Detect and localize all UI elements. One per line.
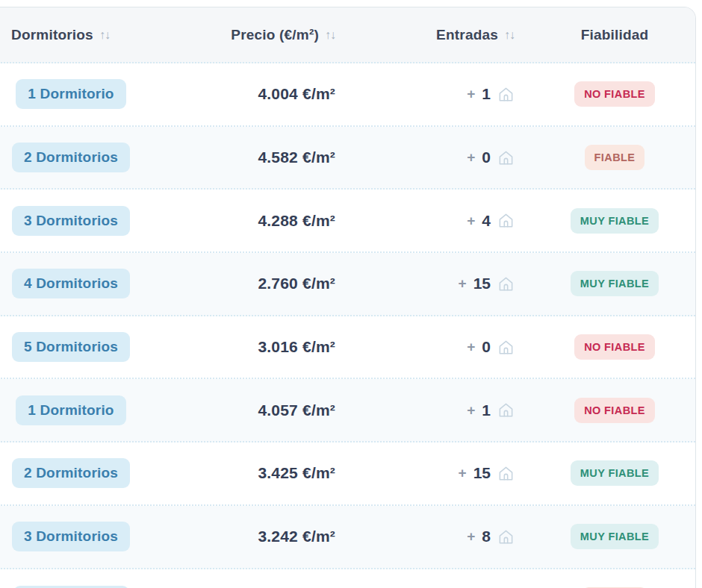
reliability-cell: MUY FIABLE <box>516 208 695 234</box>
bedrooms-chip[interactable]: 1 Dormitorio <box>16 79 125 109</box>
column-label-precio: Precio (€/m²) <box>231 27 319 43</box>
reliability-cell: MUY FIABLE <box>516 524 695 549</box>
table-row: 5 Dormitorios 3.016 €/m² + 0 NO FIABLE <box>0 316 695 380</box>
bedrooms-chip[interactable]: 5 Dormitorios <box>12 332 130 362</box>
bedrooms-cell: 5 Dormitorios <box>0 332 143 362</box>
entries-count: 1 <box>482 85 491 103</box>
reliability-badge: MUY FIABLE <box>571 208 659 234</box>
reliability-badge: MUY FIABLE <box>571 524 659 549</box>
entries-cell: + 0 <box>338 338 516 356</box>
entries-cell: + 1 <box>338 85 516 103</box>
price-cell: 4.288 €/m² <box>143 212 338 230</box>
table-row: 4 Dormitorios 2.760 €/m² + 15 MUY FIABLE <box>0 253 695 316</box>
column-header-precio[interactable]: Precio (€/m²) ↑↓ <box>143 27 338 43</box>
entries-cell: + 1 <box>338 401 516 419</box>
bedrooms-chip[interactable]: 1 Dormitorio <box>16 395 125 425</box>
plus-sign: + <box>467 339 475 355</box>
price-value: 3.242 €/m² <box>258 528 335 545</box>
table-row: 1 Dormitorio 4.004 €/m² + 1 NO FIABLE <box>0 63 695 127</box>
price-cell: 3.425 €/m² <box>143 464 338 482</box>
pricing-table-card: Dormitorios ↑↓ Precio (€/m²) ↑↓ Entradas… <box>0 7 696 588</box>
column-label-fiabilidad: Fiabilidad <box>581 27 649 43</box>
entries-count: 4 <box>482 212 491 230</box>
table-row: 2 Dormitorios 4.582 €/m² + 0 FIABLE <box>0 127 695 190</box>
sort-icon[interactable]: ↑↓ <box>325 28 335 42</box>
bedrooms-cell: 2 Dormitorios <box>0 143 143 172</box>
table-row: 1 Dormitorio 4.057 €/m² + 1 NO FIABLE <box>0 379 695 442</box>
price-cell: 4.004 €/m² <box>143 85 338 103</box>
price-cell: 4.582 €/m² <box>143 148 338 166</box>
price-cell: 3.016 €/m² <box>143 338 338 356</box>
entries-cell: + 15 <box>338 464 516 482</box>
entries-cell: + 15 <box>338 275 516 293</box>
bedrooms-cell: 4 Dormitorios <box>0 269 143 298</box>
price-value: 4.582 €/m² <box>258 148 335 166</box>
table-row: 3 Dormitorios 4.288 €/m² + 4 MUY FIABLE <box>0 190 695 253</box>
table-row <box>0 569 695 588</box>
plus-sign: + <box>467 402 475 419</box>
bedrooms-cell: 1 Dormitorio <box>0 79 143 109</box>
reliability-badge: NO FIABLE <box>574 81 655 107</box>
plus-sign: + <box>467 86 475 102</box>
price-value: 3.016 €/m² <box>258 338 335 356</box>
price-cell: 3.242 €/m² <box>143 528 338 545</box>
column-header-fiabilidad: Fiabilidad <box>516 27 695 43</box>
bedrooms-chip[interactable]: 2 Dormitorios <box>12 143 130 172</box>
sort-icon[interactable]: ↑↓ <box>99 28 110 42</box>
table-row: 2 Dormitorios 3.425 €/m² + 15 MUY FIABLE <box>0 442 695 506</box>
plus-sign: + <box>467 213 475 229</box>
entries-count: 1 <box>482 401 491 419</box>
house-icon <box>497 149 515 166</box>
entries-count: 15 <box>473 464 491 482</box>
house-icon <box>497 401 515 419</box>
reliability-cell: FIABLE <box>516 145 695 170</box>
reliability-cell: NO FIABLE <box>516 334 695 360</box>
price-value: 4.004 €/m² <box>258 85 335 103</box>
entries-cell: + 0 <box>338 148 516 166</box>
bedrooms-chip[interactable]: 4 Dormitorios <box>12 269 130 298</box>
plus-sign: + <box>467 528 475 545</box>
price-value: 4.288 €/m² <box>258 212 335 230</box>
bedrooms-chip[interactable]: 3 Dormitorios <box>12 206 130 236</box>
house-icon <box>497 212 515 229</box>
table-row: 3 Dormitorios 3.242 €/m² + 8 MUY FIABLE <box>0 506 695 569</box>
reliability-badge: NO FIABLE <box>574 398 655 423</box>
entries-cell: + 8 <box>338 528 516 545</box>
bedrooms-cell: 3 Dormitorios <box>0 206 143 236</box>
price-value: 4.057 €/m² <box>258 401 335 419</box>
price-cell: 4.057 €/m² <box>143 401 338 419</box>
house-icon <box>497 275 515 293</box>
reliability-cell: MUY FIABLE <box>516 271 695 296</box>
sort-icon[interactable]: ↑↓ <box>504 28 515 42</box>
reliability-badge: MUY FIABLE <box>571 271 659 296</box>
plus-sign: + <box>459 465 467 481</box>
table-header: Dormitorios ↑↓ Precio (€/m²) ↑↓ Entradas… <box>0 7 695 63</box>
reliability-cell: NO FIABLE <box>516 81 695 107</box>
reliability-badge: NO FIABLE <box>574 334 655 360</box>
bedrooms-cell: 1 Dormitorio <box>0 395 143 425</box>
reliability-badge: MUY FIABLE <box>571 460 659 486</box>
price-cell: 2.760 €/m² <box>143 275 338 293</box>
entries-count: 15 <box>473 275 491 293</box>
reliability-badge: FIABLE <box>585 145 645 170</box>
bedrooms-cell: 3 Dormitorios <box>0 522 143 551</box>
bedrooms-chip[interactable]: 2 Dormitorios <box>12 458 130 488</box>
reliability-cell: MUY FIABLE <box>516 460 695 486</box>
price-value: 3.425 €/m² <box>258 464 335 482</box>
bedrooms-chip[interactable]: 3 Dormitorios <box>12 522 130 551</box>
reliability-cell: NO FIABLE <box>516 398 695 423</box>
column-label-dormitorios: Dormitorios <box>11 27 93 43</box>
plus-sign: + <box>467 149 475 166</box>
table-body: 1 Dormitorio 4.004 €/m² + 1 NO FIABLE 2 … <box>0 63 695 588</box>
house-icon <box>497 465 515 482</box>
price-value: 2.760 €/m² <box>258 275 335 293</box>
house-icon <box>497 339 515 356</box>
column-header-dormitorios[interactable]: Dormitorios ↑↓ <box>0 27 143 43</box>
entries-count: 0 <box>482 148 491 166</box>
house-icon <box>497 86 515 103</box>
column-header-entradas[interactable]: Entradas ↑↓ <box>338 27 516 43</box>
column-label-entradas: Entradas <box>436 27 498 43</box>
house-icon <box>497 528 515 545</box>
plus-sign: + <box>459 275 467 292</box>
entries-cell: + 4 <box>338 212 516 230</box>
